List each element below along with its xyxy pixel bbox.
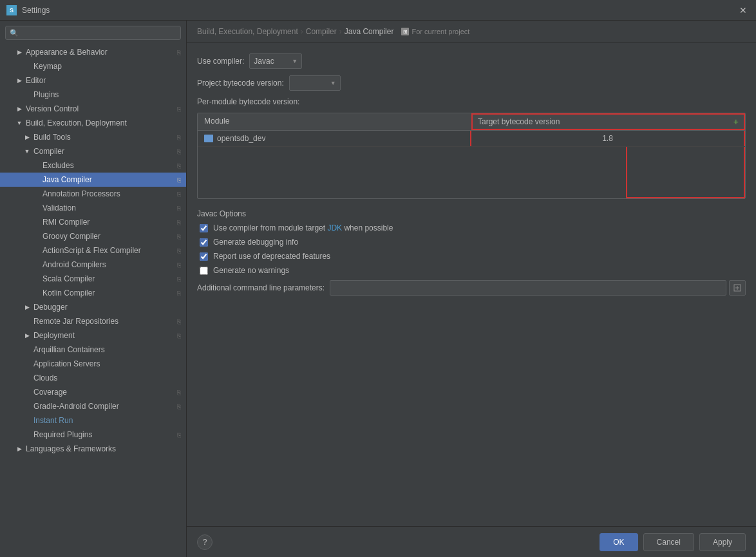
cmd-params-label: Additional command line parameters: [197,283,325,292]
sidebar-item-editor[interactable]: ▶ Editor [0,73,186,88]
sidebar-item-label: Languages & Frameworks [26,444,116,453]
breadcrumb-part1: Build, Execution, Deployment [197,27,298,36]
breadcrumb-part3: Java Compiler [345,27,394,36]
sidebar-item-label: Plugins [33,90,59,99]
copy-icon: ⎘ [177,106,181,113]
for-current-project-tag: ⊞ For current project [401,28,469,35]
checkbox-row-no-warnings: Generate no warnings [197,266,746,275]
main-panel: Build, Execution, Deployment › Compiler … [187,21,756,557]
sidebar-item-label: Build Tools [33,133,71,142]
sidebar-item-label: Debugger [33,303,68,312]
sidebar-item-label: Required Plugins [33,430,92,439]
sidebar-item-keymap[interactable]: ▶ Keymap [0,59,186,73]
copy-icon: ⎘ [177,332,181,339]
sidebar-item-label: Groovy Compiler [43,232,100,241]
breadcrumb-sep1: › [301,27,303,36]
use-compiler-row: Use compiler: Javac Eclipse ▼ [197,53,746,69]
sidebar-item-label: Editor [26,76,46,85]
copy-icon: ⎘ [177,148,181,155]
search-input[interactable] [21,28,176,37]
sidebar-item-gradle-android[interactable]: ▶ Gradle-Android Compiler ⎘ [0,399,186,413]
sidebar-item-groovy-compiler[interactable]: ▶ Groovy Compiler ⎘ [0,229,186,243]
cancel-button[interactable]: Cancel [643,533,694,551]
checkbox-report-deprecated[interactable] [200,252,208,261]
app-icon: S [6,5,17,15]
cmd-params-expand-button[interactable] [729,280,746,296]
project-bytecode-label: Project bytecode version: [197,79,284,88]
arrow-icon: ▶ [15,105,23,113]
sidebar-item-validation[interactable]: ▶ Validation ⎘ [0,201,186,215]
sidebar-item-label: Java Compiler [43,175,92,184]
empty-row-container [198,147,745,198]
sidebar-item-arquillian[interactable]: ▶ Arquillian Containers [0,343,186,357]
sidebar-item-languages[interactable]: ▶ Languages & Frameworks [0,442,186,456]
sidebar-item-label: Instant Run [33,416,73,425]
checkbox-row-use-module: Use compiler from module target JDK when… [197,223,746,232]
apply-button[interactable]: Apply [699,533,746,551]
empty-module-col [198,147,626,198]
sidebar-item-debugger[interactable]: ▶ Debugger [0,300,186,314]
sidebar-item-remote-jar[interactable]: ▶ Remote Jar Repositories ⎘ [0,314,186,328]
sidebar-item-label: Keymap [33,62,62,71]
sidebar-item-kotlin-compiler[interactable]: ▶ Kotlin Compiler ⎘ [0,286,186,300]
per-module-title: Per-module bytecode version: [197,97,746,106]
sidebar-item-annotation-processors[interactable]: ▶ Annotation Processors ⎘ [0,187,186,201]
sidebar-item-app-servers[interactable]: ▶ Application Servers [0,357,186,371]
breadcrumb-part2: Compiler [306,27,337,36]
sidebar-item-scala-compiler[interactable]: ▶ Scala Compiler ⎘ [0,272,186,286]
close-button[interactable]: ✕ [737,4,750,17]
sidebar-item-coverage[interactable]: ▶ Coverage ⎘ [0,385,186,399]
sidebar-item-clouds[interactable]: ▶ Clouds [0,371,186,385]
sidebar-item-label: Arquillian Containers [33,345,105,354]
jdk-link[interactable]: JDK [327,223,342,232]
use-compiler-select[interactable]: Javac Eclipse [254,57,289,66]
sidebar-item-deployment[interactable]: ▶ Deployment ⎘ [0,328,186,343]
sidebar-item-instant-run[interactable]: ▶ Instant Run [0,413,186,428]
sidebar-item-android-compilers[interactable]: ▶ Android Compilers ⎘ [0,258,186,272]
sidebar-item-actionscript[interactable]: ▶ ActionScript & Flex Compiler ⎘ [0,243,186,258]
sidebar-item-java-compiler[interactable]: ▶ Java Compiler ⎘ [0,173,186,187]
arrow-icon: ▶ [15,445,23,453]
empty-table-area [198,147,745,198]
checkbox-use-module-target[interactable] [200,224,208,232]
tag-label: For current project [411,28,469,35]
per-module-table: Module Target bytecode version + opentsd… [197,113,746,199]
sidebar-item-build-execution[interactable]: ▼ Build, Execution, Deployment [0,116,186,130]
sidebar-item-label: Android Compilers [43,260,106,269]
ok-button[interactable]: OK [600,533,638,551]
sidebar-item-version-control[interactable]: ▶ Version Control ⎘ [0,102,186,116]
sidebar-item-label: Annotation Processors [43,189,120,198]
sidebar-item-label: Gradle-Android Compiler [33,402,119,411]
sidebar-item-build-tools[interactable]: ▶ Build Tools ⎘ [0,130,186,144]
bytecode-version-select-wrapper[interactable]: 1.6 1.7 1.8 ▼ [289,75,341,91]
cmd-params-input[interactable] [330,280,726,296]
target-version-value: 1.8 [602,134,613,143]
search-box[interactable]: 🔍 [5,26,181,40]
sidebar-item-excludes[interactable]: ▶ Excludes ⎘ [0,158,186,173]
add-row-button[interactable]: + [733,117,739,127]
sidebar-item-label: RMI Compiler [43,218,90,227]
checkbox-gen-debug[interactable] [200,238,208,247]
checkbox-no-warnings[interactable] [200,267,208,275]
copy-icon: ⎘ [177,247,181,254]
sidebar-item-appearance[interactable]: ▶ Appearance & Behavior ⎘ [0,45,186,59]
sidebar-item-label: Compiler [33,147,64,156]
sidebar-item-compiler[interactable]: ▼ Compiler ⎘ [0,144,186,158]
use-compiler-select-wrapper[interactable]: Javac Eclipse ▼ [249,53,302,69]
checkbox-row-report-deprecated: Report use of deprecated features [197,252,746,261]
bytecode-version-select[interactable]: 1.6 1.7 1.8 [294,79,328,88]
breadcrumb-sep2: › [339,27,342,36]
arrow-icon: ▶ [15,77,23,84]
help-button[interactable]: ? [197,534,213,550]
sidebar-item-label: Kotlin Compiler [43,288,95,297]
javac-options-title: Javac Options [197,209,746,218]
copy-icon: ⎘ [177,318,181,325]
arrow-icon: ▶ [15,48,23,56]
sidebar-item-required-plugins[interactable]: ▶ Required Plugins ⎘ [0,428,186,442]
sidebar-item-plugins[interactable]: ▶ Plugins [0,88,186,102]
copy-icon: ⎘ [177,276,181,283]
sidebar-item-label: Build, Execution, Deployment [26,118,127,127]
settings-window: S Settings ✕ 🔍 ▶ Appearance & Behavior ⎘… [0,0,756,557]
arrow-icon: ▶ [23,303,31,311]
sidebar-item-rmi-compiler[interactable]: ▶ RMI Compiler ⎘ [0,215,186,229]
